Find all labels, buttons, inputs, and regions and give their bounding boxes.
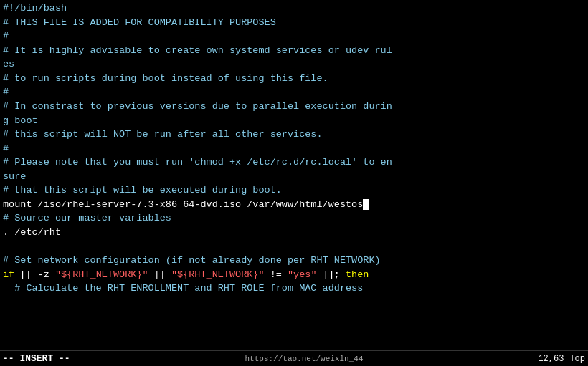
statusbar: -- INSERT -- https://tao.net/weixln_44 1…	[0, 350, 588, 366]
line-16: # Source our master variables	[3, 211, 585, 226]
line-19: # Set network configuration (if not alre…	[3, 254, 585, 268]
line-12: # Please note that you must run 'chmod +…	[3, 155, 585, 170]
line-5: es	[3, 57, 585, 72]
line-13: sure	[3, 170, 585, 184]
code-content[interactable]: #!/bin/bash # THIS FILE IS ADDED FOR COM…	[0, 0, 588, 350]
cursor-position: 12,63	[538, 354, 564, 364]
line-17: . /etc/rht	[3, 226, 585, 240]
line-18	[3, 240, 585, 254]
line-2: # THIS FILE IS ADDED FOR COMPATIBILITY P…	[3, 16, 585, 30]
line-8: # In constrast to previous versions due …	[3, 100, 585, 114]
line-9: g boot	[3, 114, 585, 128]
vim-mode: -- INSERT --	[3, 353, 70, 364]
scroll-position: Top	[569, 354, 585, 364]
statusbar-url: https://tao.net/weixln_44	[245, 355, 363, 363]
line-1: #!/bin/bash	[3, 1, 585, 16]
line-20: if [[ -z "${RHT_NETWORK}" || "${RHT_NETW…	[3, 268, 585, 282]
line-11: #	[3, 142, 585, 156]
line-21: # Calculate the RHT_ENROLLMENT and RHT_R…	[3, 281, 585, 296]
line-4: # It is highly advisable to create own s…	[3, 44, 585, 58]
vim-editor: #!/bin/bash # THIS FILE IS ADDED FOR COM…	[0, 0, 588, 366]
line-10: # this script will NOT be run after all …	[3, 127, 585, 142]
line-7: #	[3, 85, 585, 100]
line-3: #	[3, 29, 585, 44]
line-6: # to run scripts during boot instead of …	[3, 72, 585, 86]
line-15: mount /iso/rhel-server-7.3-x86_64-dvd.is…	[3, 198, 585, 212]
line-14: # that this script will be executed duri…	[3, 183, 585, 198]
statusbar-position: 12,63 Top	[538, 354, 585, 364]
text-cursor	[363, 199, 369, 210]
